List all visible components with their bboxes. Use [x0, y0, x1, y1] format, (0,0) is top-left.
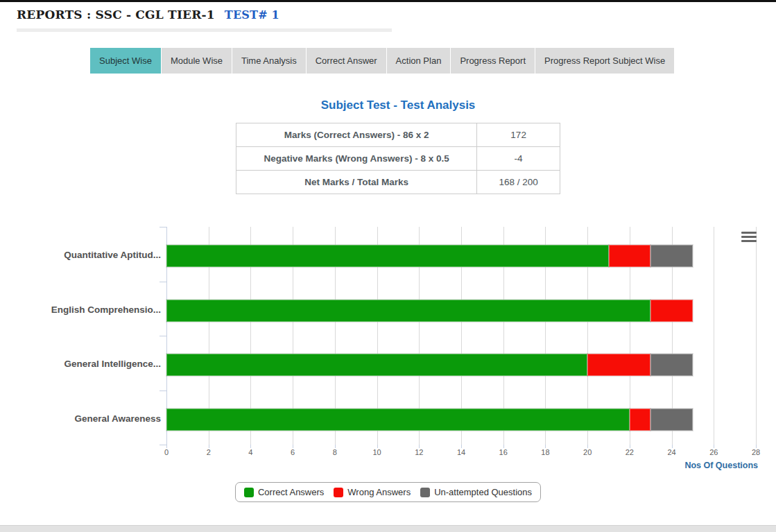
legend-swatch-correct-answers: [244, 488, 254, 497]
bottom-scrollbar[interactable]: [0, 525, 776, 532]
x-tick-label: 24: [658, 448, 686, 456]
tab-module-wise[interactable]: Module Wise: [162, 48, 232, 74]
x-tick-label: 8: [321, 448, 349, 456]
legend-item-correct-answers[interactable]: Correct Answers: [244, 487, 324, 497]
tab-subject-wise[interactable]: Subject Wise: [90, 48, 161, 74]
bar-segment-correct-answers: [166, 245, 609, 267]
x-tick-label: 12: [405, 448, 433, 456]
y-axis-tick: [159, 227, 166, 228]
category-label: General Awareness: [10, 413, 161, 424]
legend-swatch-wrong-answers: [334, 488, 343, 497]
table-row: Net Marks / Total Marks 168 / 200: [236, 171, 560, 194]
x-tick-label: 0: [153, 448, 180, 456]
page-header: REPORTS : SSC - CGL TIER-1TEST# 1: [17, 8, 279, 22]
x-tick-label: 10: [363, 448, 391, 456]
legend-swatch-un-attempted-questions: [420, 488, 430, 497]
x-tick-label: 20: [574, 448, 601, 456]
bar-segment-un-attempted-questions: [650, 245, 693, 267]
legend-label: Un-attempted Questions: [434, 487, 532, 497]
test-number-link[interactable]: TEST# 1: [225, 8, 279, 22]
y-axis-tick: [159, 391, 166, 391]
legend-item-un-attempted-questions[interactable]: Un-attempted Questions: [420, 487, 532, 497]
marks-table: Marks (Correct Answers) - 86 x 2 172 Neg…: [236, 123, 560, 194]
chart-legend-wrap: Correct AnswersWrong AnswersUn-attempted…: [0, 482, 776, 502]
tab-action-plan[interactable]: Action Plan: [387, 48, 451, 74]
x-tick-label: 18: [531, 448, 559, 456]
table-row: Marks (Correct Answers) - 86 x 2 172: [236, 123, 560, 147]
legend-item-wrong-answers[interactable]: Wrong Answers: [334, 487, 411, 497]
legend-label: Correct Answers: [258, 487, 324, 497]
y-axis-tick: [159, 445, 166, 445]
x-tick-label: 2: [195, 448, 223, 456]
bar-segment-correct-answers: [166, 409, 630, 431]
gridline: [714, 227, 714, 445]
page-title: REPORTS : SSC - CGL TIER-1: [17, 8, 215, 22]
x-tick-label: 28: [742, 448, 770, 456]
top-border: [0, 0, 776, 2]
net-marks-value: 168 / 200: [477, 171, 560, 194]
table-row: Negative Marks (Wrong Answers) - 8 x 0.5…: [236, 147, 560, 171]
marks-value: 172: [477, 123, 560, 147]
tab-correct-answer[interactable]: Correct Answer: [307, 48, 386, 74]
bar-segment-wrong-answers: [650, 300, 693, 322]
analysis-title: Subject Test - Test Analysis: [236, 98, 560, 112]
y-axis-tick: [159, 336, 166, 336]
tab-progress-report[interactable]: Progress Report: [451, 48, 535, 74]
x-tick-label: 16: [490, 448, 517, 456]
category-label: English Comprehensio...: [10, 304, 161, 315]
tab-progress-report-subject-wise[interactable]: Progress Report Subject Wise: [535, 48, 674, 74]
negative-marks-value: -4: [477, 147, 560, 171]
y-axis-tick: [159, 282, 166, 282]
net-marks-label: Net Marks / Total Marks: [236, 171, 477, 194]
bar-segment-wrong-answers: [609, 245, 651, 267]
bar-segment-correct-answers: [166, 300, 650, 322]
bar-segment-wrong-answers: [630, 409, 650, 431]
x-tick-label: 4: [236, 448, 264, 456]
category-label: General Intelligence...: [10, 359, 161, 369]
x-tick-label: 6: [279, 448, 307, 456]
marks-label: Marks (Correct Answers) - 86 x 2: [236, 123, 477, 147]
chart: 0246810121416182022242628Quantitative Ap…: [0, 222, 776, 480]
legend-label: Wrong Answers: [347, 487, 411, 497]
category-label: Quantitative Aptitud...: [10, 250, 161, 260]
bar-segment-un-attempted-questions: [650, 409, 693, 431]
chart-menu-icon[interactable]: [741, 232, 757, 244]
x-tick-label: 14: [447, 448, 475, 456]
x-tick-label: 26: [700, 448, 727, 456]
header-divider: [17, 28, 392, 32]
x-tick-label: 22: [616, 448, 644, 456]
bar-segment-correct-answers: [166, 354, 587, 376]
bar-segment-un-attempted-questions: [650, 354, 693, 376]
tab-time-analysis[interactable]: Time Analysis: [232, 48, 306, 74]
chart-legend: Correct AnswersWrong AnswersUn-attempted…: [235, 482, 541, 502]
bar-segment-wrong-answers: [587, 354, 650, 376]
tab-bar: Subject Wise Module Wise Time Analysis C…: [90, 48, 675, 74]
gridline: [756, 227, 757, 445]
x-axis-title: Nos Of Questions: [617, 461, 758, 470]
negative-marks-label: Negative Marks (Wrong Answers) - 8 x 0.5: [236, 147, 477, 171]
